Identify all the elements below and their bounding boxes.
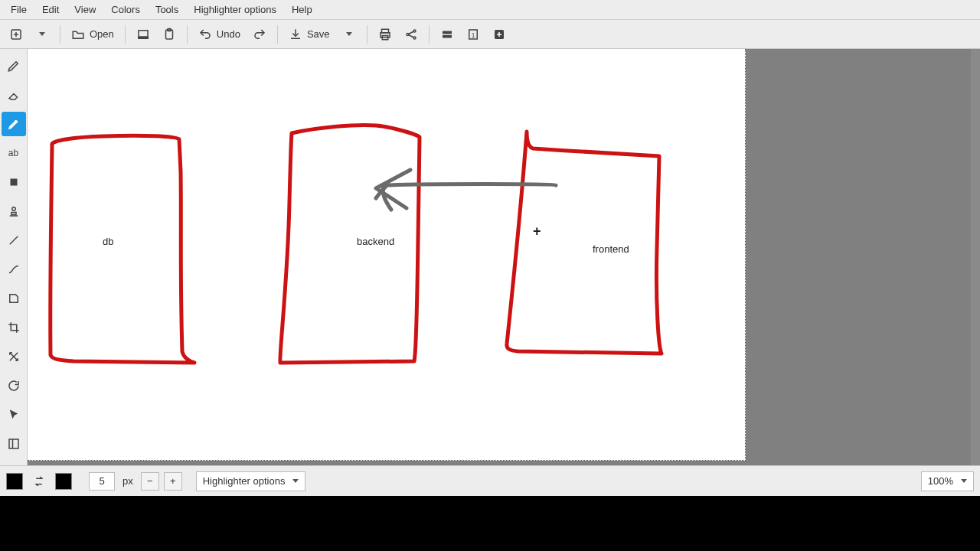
secondary-color-swatch[interactable] bbox=[55, 473, 72, 490]
open-button[interactable]: Open bbox=[67, 23, 119, 46]
drawing-layer bbox=[28, 49, 746, 461]
shape-tool-icon[interactable] bbox=[2, 286, 26, 311]
label-frontend: frontend bbox=[593, 243, 629, 255]
stroke-width-decrease[interactable]: − bbox=[141, 472, 159, 491]
line-tool-icon[interactable] bbox=[2, 228, 26, 253]
separator bbox=[60, 25, 60, 44]
menu-view[interactable]: View bbox=[67, 1, 103, 18]
svg-line-25 bbox=[9, 236, 18, 245]
menu-file[interactable]: File bbox=[3, 1, 34, 18]
highlighter-options-label: Highlighter options bbox=[203, 475, 286, 487]
svg-rect-22 bbox=[10, 179, 17, 186]
add-page-button[interactable] bbox=[488, 23, 511, 46]
stroke-width-input[interactable]: 5 bbox=[89, 472, 115, 491]
chevron-down-icon bbox=[292, 479, 299, 483]
menu-edit[interactable]: Edit bbox=[34, 1, 67, 18]
undo-button[interactable]: Undo bbox=[194, 23, 245, 46]
panel-tool-icon[interactable] bbox=[2, 432, 26, 456]
save-dropdown[interactable] bbox=[338, 23, 361, 46]
label-backend: backend bbox=[357, 236, 394, 247]
tool-palette: ab bbox=[0, 49, 28, 465]
svg-text:1: 1 bbox=[471, 31, 475, 38]
menu-highlighter-options[interactable]: Highlighter options bbox=[186, 1, 284, 18]
new-dropdown[interactable] bbox=[31, 23, 54, 46]
new-button[interactable] bbox=[5, 23, 28, 46]
eraser-tool-icon[interactable] bbox=[2, 83, 26, 107]
svg-point-11 bbox=[413, 30, 416, 32]
chevron-down-icon bbox=[346, 32, 352, 36]
separator bbox=[429, 25, 430, 44]
svg-point-10 bbox=[407, 33, 409, 35]
swap-colors-button[interactable] bbox=[28, 470, 51, 493]
menu-tools[interactable]: Tools bbox=[148, 1, 186, 18]
footer-bar: 5 px − + Highlighter options 100% bbox=[0, 465, 980, 496]
svg-point-23 bbox=[11, 207, 15, 211]
canvas[interactable]: db backend frontend + bbox=[28, 49, 746, 461]
svg-line-14 bbox=[409, 34, 413, 37]
svg-rect-15 bbox=[443, 31, 452, 34]
zoom-label: 100% bbox=[928, 475, 953, 487]
reload-tool-icon[interactable] bbox=[2, 373, 26, 398]
text-tool-icon[interactable]: ab bbox=[2, 141, 26, 165]
layout-a-button[interactable] bbox=[436, 23, 459, 46]
separator bbox=[367, 25, 368, 44]
highlighter-tool-icon[interactable] bbox=[2, 112, 26, 136]
separator bbox=[187, 25, 188, 44]
stroke-width-unit: px bbox=[119, 475, 136, 487]
chevron-down-icon bbox=[39, 32, 45, 36]
pointer-tool-icon[interactable] bbox=[2, 403, 26, 427]
crop-tool-icon[interactable] bbox=[2, 315, 26, 340]
print-button[interactable] bbox=[374, 23, 397, 46]
menu-colors[interactable]: Colors bbox=[103, 1, 148, 18]
pixel-tool-icon[interactable] bbox=[2, 170, 26, 194]
letterbox-bottom bbox=[0, 496, 980, 551]
separator bbox=[125, 25, 126, 44]
label-db: db bbox=[103, 236, 113, 247]
open-label: Open bbox=[90, 28, 114, 40]
primary-color-swatch[interactable] bbox=[6, 473, 23, 490]
stamp-tool-icon[interactable] bbox=[2, 199, 26, 223]
curve-tool-icon[interactable] bbox=[2, 257, 26, 282]
scrollbar-vertical[interactable] bbox=[971, 49, 980, 465]
highlighter-options-dropdown[interactable]: Highlighter options bbox=[196, 471, 306, 491]
svg-rect-28 bbox=[9, 439, 18, 448]
screenshot-button[interactable] bbox=[132, 23, 155, 46]
svg-point-12 bbox=[413, 37, 416, 39]
menu-help[interactable]: Help bbox=[284, 1, 320, 18]
chevron-down-icon bbox=[961, 479, 967, 483]
canvas-area: db backend frontend + bbox=[28, 49, 980, 465]
save-button[interactable]: Save bbox=[284, 23, 335, 46]
clipboard-button[interactable] bbox=[158, 23, 181, 46]
stroke-width-increase[interactable]: + bbox=[164, 472, 182, 491]
zoom-dropdown[interactable]: 100% bbox=[921, 471, 974, 491]
toolbar: Open Undo Save 1 bbox=[0, 20, 980, 49]
pen-tool-icon[interactable] bbox=[2, 54, 26, 78]
separator bbox=[277, 25, 278, 44]
cursor-crosshair-icon: + bbox=[533, 223, 541, 240]
canvas-overflow bbox=[746, 49, 980, 465]
svg-rect-4 bbox=[139, 37, 148, 38]
layout-b-button[interactable]: 1 bbox=[462, 23, 485, 46]
workspace: ab db backen bbox=[0, 49, 980, 465]
svg-rect-16 bbox=[443, 34, 452, 37]
scrollbar-thumb[interactable] bbox=[971, 49, 980, 465]
share-button[interactable] bbox=[400, 23, 423, 46]
save-label: Save bbox=[307, 28, 330, 40]
undo-label: Undo bbox=[217, 28, 240, 40]
move-tool-icon[interactable] bbox=[2, 344, 26, 369]
menubar: File Edit View Colors Tools Highlighter … bbox=[0, 0, 980, 20]
svg-line-13 bbox=[409, 31, 413, 34]
redo-button[interactable] bbox=[248, 23, 271, 46]
